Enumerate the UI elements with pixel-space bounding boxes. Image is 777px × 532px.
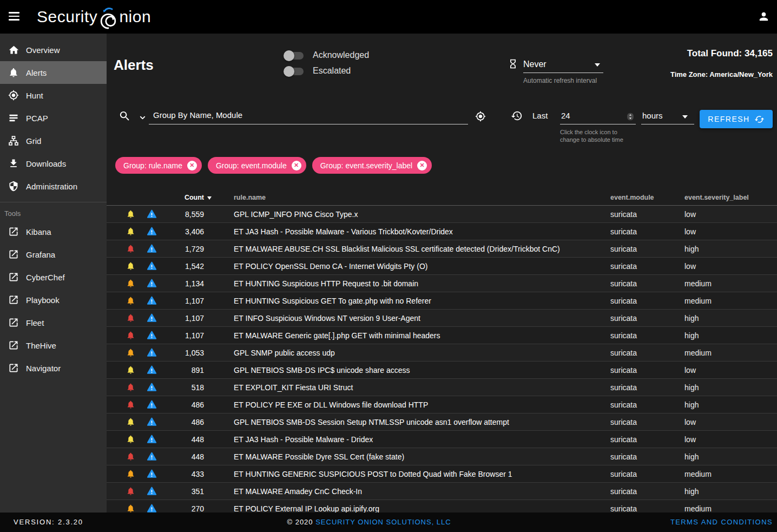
table-row[interactable]: 891 GPL NETBIOS SMB-DS IPC$ unicode shar… (107, 362, 777, 379)
external-link-icon (8, 248, 19, 260)
query-input[interactable]: Group By Name, Module (153, 110, 242, 120)
table-row[interactable]: 1,134 ET HUNTING Suspicious HTTP Request… (107, 275, 777, 292)
query-chevron-down-icon[interactable] (139, 114, 147, 124)
tool-item-fleet[interactable]: Fleet (0, 311, 107, 334)
acknowledged-toggle[interactable] (285, 52, 304, 60)
table-row[interactable]: 3,406 ET JA3 Hash - Possible Malware - V… (107, 223, 777, 240)
cell-rule-name: ET EXPLOIT_KIT Fiesta URI Struct (234, 383, 353, 392)
total-found-label: Total Found: 34,165 (687, 48, 773, 59)
table-row[interactable]: 1,107 ET HUNTING Suspicious GET To gate.… (107, 292, 777, 310)
timerange-amount-input[interactable]: 24 (561, 111, 570, 120)
group-chip[interactable]: Group: event.severity_label ✕ (312, 157, 432, 174)
sidebar-item-grid[interactable]: Grid (0, 129, 107, 152)
sidebar-item-administration[interactable]: Administration (0, 175, 107, 198)
cell-event-module: suricata (610, 400, 637, 409)
external-link-icon (8, 317, 19, 329)
copyright-link[interactable]: SECURITY ONION SOLUTIONS, LLC (315, 518, 451, 526)
sitemap-icon (8, 135, 19, 147)
tool-item-cyberchef[interactable]: CyberChef (0, 266, 107, 288)
clock-history-icon[interactable] (511, 110, 523, 124)
table-row[interactable]: 1,542 ET POLICY OpenSSL Demo CA - Intern… (107, 258, 777, 275)
tool-item-kibana[interactable]: Kibana (0, 220, 107, 243)
menu-icon[interactable] (9, 12, 19, 23)
hunt-query-icon[interactable] (475, 111, 486, 124)
refresh-button[interactable]: REFRESH (700, 110, 773, 128)
sort-descending-icon[interactable] (207, 196, 212, 200)
chip-close-icon[interactable]: ✕ (292, 161, 301, 170)
table-row[interactable]: 486 GPL NETBIOS SMB-DS Session Setup NTM… (107, 413, 777, 431)
refresh-icon (754, 114, 765, 124)
table-row[interactable]: 518 ET EXPLOIT_KIT Fiesta URI Struct sur… (107, 379, 777, 396)
chip-close-icon[interactable]: ✕ (417, 161, 427, 170)
table-row[interactable]: 1,729 ET MALWARE ABUSE.CH SSL Blacklist … (107, 240, 777, 258)
tool-item-thehive[interactable]: TheHive (0, 334, 107, 357)
column-header-severity-label[interactable]: event.severity_label (684, 194, 749, 201)
table-row[interactable]: 1,107 ET INFO Suspicious Windows NT vers… (107, 310, 777, 327)
sidebar-item-overview[interactable]: Overview (0, 38, 107, 61)
cell-severity-label: medium (684, 349, 712, 357)
sidebar-item-alerts[interactable]: Alerts (0, 61, 107, 84)
search-icon[interactable] (118, 110, 131, 124)
cell-event-module: suricata (610, 349, 637, 357)
amount-spinner-icon[interactable] (627, 111, 634, 124)
terms-link[interactable]: TERMS AND CONDITIONS (670, 518, 773, 526)
table-row[interactable]: 8,559 GPL ICMP_INFO PING Cisco Type.x su… (107, 206, 777, 223)
cell-event-module: suricata (610, 487, 637, 496)
tool-item-playbook[interactable]: Playbook (0, 288, 107, 311)
unit-chevron-down-icon[interactable] (682, 115, 688, 119)
cell-rule-name: GPL NETBIOS SMB-DS IPC$ unicode share ac… (234, 366, 410, 375)
home-icon (8, 44, 19, 56)
table-row[interactable]: 486 ET POLICY PE EXE or DLL Windows file… (107, 396, 777, 413)
sidebar-item-pcap[interactable]: PCAP (0, 107, 107, 129)
cell-severity-label: high (684, 245, 699, 253)
logo-text-prefix: Security (37, 8, 97, 26)
severity-bell-icon (126, 261, 135, 273)
cell-event-module: suricata (610, 366, 637, 375)
chevron-down-icon[interactable] (595, 63, 600, 67)
page-title: Alerts (114, 57, 154, 74)
cell-rule-name: ET MALWARE Possible Dyre SSL Cert (fake … (234, 452, 404, 461)
tool-item-navigator[interactable]: Navigator (0, 357, 107, 379)
cell-count: 1,053 (139, 349, 204, 357)
cell-count: 1,107 (139, 331, 204, 340)
sidebar-item-label: Alerts (26, 68, 47, 77)
user-account-icon[interactable] (758, 10, 770, 25)
table-row[interactable]: 1,107 ET MALWARE Generic gate[.].php GET… (107, 327, 777, 344)
chip-close-icon[interactable]: ✕ (187, 161, 197, 170)
severity-bell-icon (126, 227, 135, 238)
sidebar-item-hunt[interactable]: Hunt (0, 84, 107, 107)
external-link-icon (8, 339, 19, 351)
sidebar-item-label: CyberChef (26, 273, 65, 282)
group-chip[interactable]: Group: rule.name ✕ (115, 157, 202, 174)
table-row[interactable]: 351 ET MALWARE Amadey CnC Check-In suric… (107, 483, 777, 500)
group-chip[interactable]: Group: event.module ✕ (208, 157, 306, 174)
sidebar-item-label: Navigator (26, 364, 61, 373)
severity-bell-icon (126, 331, 135, 342)
refresh-interval-select[interactable]: Never (523, 60, 546, 69)
cell-severity-label: medium (684, 470, 712, 478)
sidebar-item-downloads[interactable]: Downloads (0, 152, 107, 175)
cell-event-module: suricata (610, 245, 637, 253)
column-header-count[interactable]: Count (139, 194, 204, 201)
table-row[interactable]: 448 ET JA3 Hash - Possible Malware - Dri… (107, 431, 777, 448)
table-row[interactable]: 270 ET POLICY External IP Lookup api.ipi… (107, 500, 777, 513)
cell-rule-name: ET HUNTING GENERIC SUSPICIOUS POST to Do… (234, 470, 512, 478)
escalated-toggle[interactable] (285, 68, 304, 75)
table-row[interactable]: 448 ET MALWARE Possible Dyre SSL Cert (f… (107, 448, 777, 465)
cell-severity-label: low (684, 262, 696, 271)
severity-bell-icon (126, 435, 135, 446)
table-row[interactable]: 1,053 GPL SNMP public access udp suricat… (107, 344, 777, 362)
group-chip-label: Group: event.module (216, 161, 287, 170)
column-header-rule-name[interactable]: rule.name (234, 194, 266, 201)
cell-severity-label: low (684, 366, 696, 375)
external-link-icon (8, 271, 19, 283)
cell-count: 891 (139, 366, 204, 375)
tool-item-grafana[interactable]: Grafana (0, 243, 107, 266)
cell-count: 1,107 (139, 297, 204, 305)
timerange-unit-select[interactable]: hours (642, 111, 663, 120)
column-header-event-module[interactable]: event.module (610, 194, 654, 201)
table-row[interactable]: 433 ET HUNTING GENERIC SUSPICIOUS POST t… (107, 465, 777, 483)
cell-rule-name: ET POLICY External IP Lookup api.ipify.o… (234, 504, 379, 513)
cell-event-module: suricata (610, 314, 637, 323)
copyright-text: © 2020 SECURITY ONION SOLUTIONS, LLC (287, 518, 451, 526)
